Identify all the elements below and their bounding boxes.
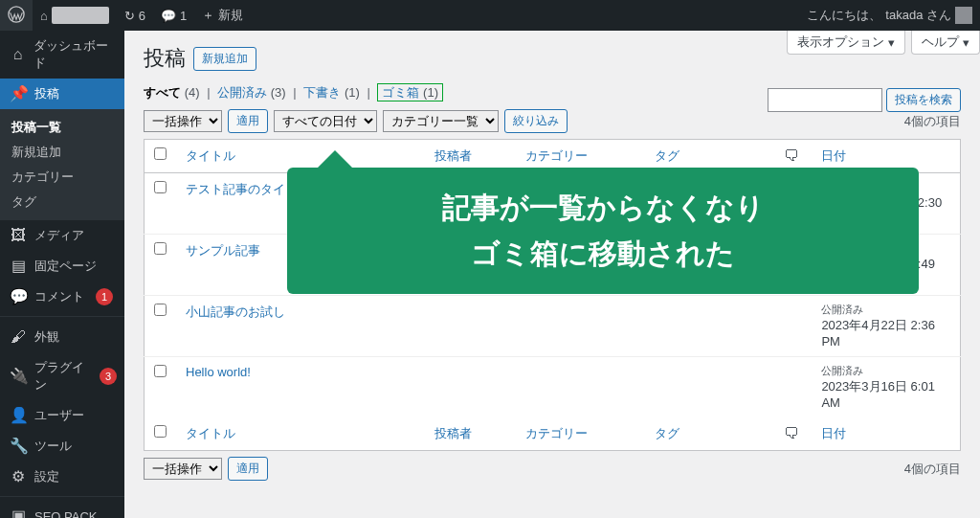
user-icon: 👤 xyxy=(10,408,27,423)
my-account[interactable]: こんにちは、 takada さん xyxy=(799,0,980,31)
home-icon: ⌂ xyxy=(40,9,48,23)
brush-icon: 🖌 xyxy=(10,329,27,345)
filter-published[interactable]: 公開済み xyxy=(217,85,267,100)
comment-count: 1 xyxy=(180,9,187,23)
menu-appearance[interactable]: 🖌外観 xyxy=(0,322,124,352)
updates[interactable]: ↻6 xyxy=(117,0,153,31)
callout-line1: 記事が一覧からなくなり xyxy=(297,185,909,231)
wp-logo[interactable] xyxy=(0,0,33,31)
greeting: こんにちは、 xyxy=(807,7,881,24)
col-tags-foot[interactable]: タグ xyxy=(645,417,774,451)
submenu-categories[interactable]: カテゴリー xyxy=(0,165,124,190)
bulk-apply-button-bottom[interactable]: 適用 xyxy=(228,457,268,481)
item-count-top: 4個の項目 xyxy=(904,113,961,130)
comments-bar[interactable]: 💬1 xyxy=(153,0,194,31)
page-heading: 投稿 新規追加 xyxy=(144,40,781,73)
col-author-foot[interactable]: 投稿者 xyxy=(425,417,516,451)
col-categories-foot[interactable]: カテゴリー xyxy=(516,417,645,451)
row-checkbox[interactable] xyxy=(154,365,167,377)
bulk-apply-button[interactable]: 適用 xyxy=(228,109,268,133)
table-row: Hello world! 公開済み2023年3月16日 6:01 AM xyxy=(145,357,961,418)
new-content[interactable]: ＋新規 xyxy=(194,0,251,31)
bulk-action-select[interactable]: 一括操作 xyxy=(144,110,222,132)
page-title: 投稿 xyxy=(144,44,186,73)
menu-settings[interactable]: ⚙設定 xyxy=(0,462,124,492)
row-checkbox[interactable] xyxy=(154,304,167,316)
select-all-bottom[interactable] xyxy=(154,425,167,438)
callout-line2: ゴミ箱に移動された xyxy=(297,231,909,277)
screen-options-tab[interactable]: 表示オプション▾ xyxy=(787,31,905,55)
comments-badge: 1 xyxy=(96,288,113,305)
menu-posts[interactable]: 📌投稿 xyxy=(0,79,124,109)
date-filter-select[interactable]: すべての日付 xyxy=(274,110,377,132)
menu-plugins[interactable]: 🔌プラグイン3 xyxy=(0,352,124,400)
col-title[interactable]: タイトル xyxy=(186,148,235,163)
search-button[interactable]: 投稿を検索 xyxy=(886,88,961,112)
menu-seopack[interactable]: ▣SEO PACK xyxy=(0,502,124,518)
filter-button[interactable]: 絞り込み xyxy=(504,109,568,133)
search-input[interactable] xyxy=(768,88,882,112)
menu-dashboard[interactable]: ⌂ダッシュボード xyxy=(0,31,124,79)
wrench-icon: 🔧 xyxy=(10,439,27,454)
comment-icon: 💬 xyxy=(10,289,27,304)
site-name[interactable]: ⌂ xyxy=(33,0,117,31)
col-date[interactable]: 日付 xyxy=(821,148,846,163)
pin-icon: 📌 xyxy=(10,86,27,101)
table-row: 小山記事のお試し 公開済み2023年4月22日 2:36 PM xyxy=(145,296,961,357)
date-cell: 公開済み2023年3月16日 6:01 AM xyxy=(812,357,960,418)
post-title-link[interactable]: サンプル記事 xyxy=(186,243,260,258)
tablenav-top: 一括操作 適用 すべての日付 カテゴリー一覧 絞り込み 4個の項目 xyxy=(144,109,961,133)
gear-icon: ⚙ xyxy=(10,469,27,484)
chevron-down-icon: ▾ xyxy=(963,35,969,50)
annotation-callout: 記事が一覧からなくなり ゴミ箱に移動された xyxy=(287,168,919,294)
filter-all[interactable]: すべて xyxy=(144,85,181,100)
plugin-icon: 🔌 xyxy=(10,369,27,384)
comments-icon: 🗨 xyxy=(784,425,799,441)
submenu-posts: 投稿一覧 新規追加 カテゴリー タグ xyxy=(0,109,124,220)
dashboard-icon: ⌂ xyxy=(10,47,26,62)
menu-tools[interactable]: 🔧ツール xyxy=(0,431,124,462)
screen-meta: 表示オプション▾ ヘルプ▾ xyxy=(781,31,980,55)
menu-users[interactable]: 👤ユーザー xyxy=(0,400,124,431)
update-count: 6 xyxy=(139,9,145,23)
row-checkbox[interactable] xyxy=(154,181,167,193)
help-tab[interactable]: ヘルプ▾ xyxy=(911,31,980,55)
col-date-foot[interactable]: 日付 xyxy=(821,426,846,440)
row-checkbox[interactable] xyxy=(154,242,167,255)
add-new-button[interactable]: 新規追加 xyxy=(193,47,256,71)
filter-draft[interactable]: 下書き xyxy=(303,85,341,100)
item-count-bottom: 4個の項目 xyxy=(904,461,961,478)
admin-sidebar: ⌂ダッシュボード 📌投稿 投稿一覧 新規追加 カテゴリー タグ 🖾メディア ▤固… xyxy=(0,31,124,518)
menu-pages[interactable]: ▤固定ページ xyxy=(0,251,124,282)
col-title-foot[interactable]: タイトル xyxy=(186,426,235,440)
search-box: 投稿を検索 xyxy=(768,88,961,112)
filter-trash[interactable]: ゴミ箱 xyxy=(382,85,419,100)
submenu-new-post[interactable]: 新規追加 xyxy=(0,140,124,165)
submenu-all-posts[interactable]: 投稿一覧 xyxy=(0,115,124,140)
date-cell: 公開済み2023年4月22日 2:36 PM xyxy=(812,296,960,357)
new-label: 新規 xyxy=(218,7,243,24)
post-title-link[interactable]: 小山記事のお試し xyxy=(186,304,285,319)
menu-comments[interactable]: 💬コメント1 xyxy=(0,282,124,312)
submenu-tags[interactable]: タグ xyxy=(0,190,124,214)
tablenav-bottom: 一括操作 適用 4個の項目 xyxy=(144,457,961,481)
refresh-icon: ↻ xyxy=(124,9,135,23)
post-title-link[interactable]: Hello world! xyxy=(186,365,251,379)
menu-media[interactable]: 🖾メディア xyxy=(0,220,124,251)
avatar xyxy=(955,7,972,24)
media-icon: 🖾 xyxy=(10,228,27,243)
admin-bar: ⌂ ↻6 💬1 ＋新規 こんにちは、 takada さん xyxy=(0,0,980,31)
seopack-icon: ▣ xyxy=(10,508,27,518)
select-all-top[interactable] xyxy=(154,147,167,160)
page-icon: ▤ xyxy=(10,259,27,274)
bulk-action-select-bottom[interactable]: 一括操作 xyxy=(144,458,222,480)
comment-icon: 💬 xyxy=(161,9,176,23)
comments-icon: 🗨 xyxy=(784,147,799,164)
plugins-badge: 3 xyxy=(100,368,117,385)
plus-icon: ＋ xyxy=(202,7,214,24)
username: takada さん xyxy=(885,7,951,24)
category-filter-select[interactable]: カテゴリー一覧 xyxy=(383,110,499,132)
chevron-down-icon: ▾ xyxy=(888,35,895,50)
